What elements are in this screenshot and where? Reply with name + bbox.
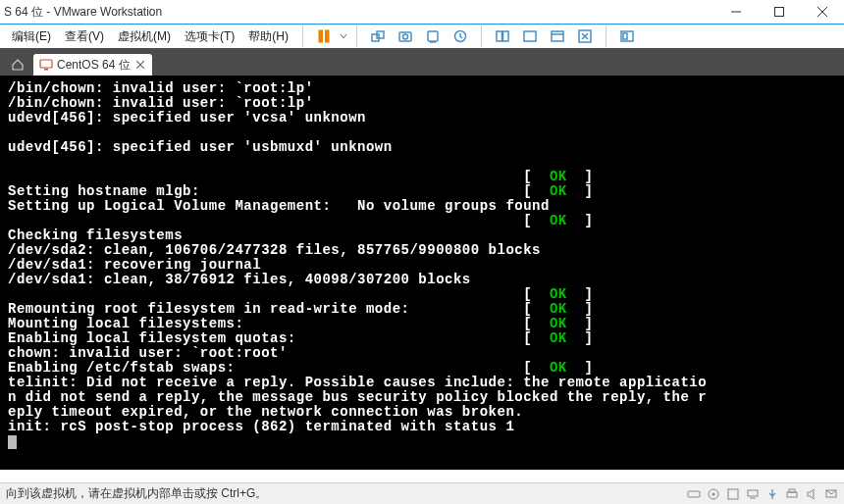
library-button[interactable] — [614, 24, 640, 49]
window-title-text: S 64 位 - VMware Workstation — [4, 4, 162, 21]
vm-tab-label: CentOS 64 位 — [57, 57, 131, 74]
usb-icon[interactable] — [765, 487, 779, 501]
snapshot-button[interactable] — [393, 24, 418, 49]
status-text: 向到该虚拟机，请在虚拟机内部单击或按 Ctrl+G。 — [6, 485, 267, 502]
pause-dropdown[interactable] — [339, 24, 348, 49]
svg-rect-28 — [787, 492, 797, 497]
svg-rect-15 — [552, 31, 563, 41]
status-device-icons — [687, 487, 838, 501]
network-icon[interactable] — [746, 487, 760, 501]
message-icon[interactable] — [824, 487, 838, 501]
window-titlebar: S 64 位 - VMware Workstation — [0, 0, 844, 24]
svg-rect-14 — [524, 31, 536, 41]
printer-icon[interactable] — [785, 487, 799, 501]
svg-rect-4 — [319, 30, 323, 42]
svg-rect-29 — [789, 489, 795, 492]
fit-guest-button[interactable] — [517, 24, 543, 49]
menu-help[interactable]: 帮助(H) — [242, 26, 294, 47]
toolbar-separator — [302, 25, 303, 47]
svg-rect-26 — [728, 489, 738, 499]
vm-tab[interactable]: CentOS 64 位 — [33, 54, 152, 76]
hdd-icon[interactable] — [687, 487, 701, 501]
svg-rect-10 — [428, 31, 438, 41]
window-controls — [714, 0, 844, 24]
fullscreen-button[interactable] — [572, 24, 598, 49]
svg-rect-12 — [497, 31, 502, 41]
home-tab[interactable] — [6, 54, 29, 76]
svg-point-9 — [403, 34, 408, 39]
svg-rect-5 — [326, 30, 330, 42]
menubar: 编辑(E) 查看(V) 虚拟机(M) 选项卡(T) 帮助(H) — [0, 25, 844, 48]
send-ctrl-alt-del-button[interactable] — [365, 24, 391, 49]
vm-tab-icon — [39, 58, 53, 72]
toolbar-separator — [481, 25, 482, 47]
svg-rect-18 — [623, 33, 627, 39]
svg-rect-19 — [40, 60, 52, 68]
snapshot-manager-button[interactable] — [420, 24, 446, 49]
menu-vm[interactable]: 虚拟机(M) — [112, 26, 177, 47]
menu-tabs[interactable]: 选项卡(T) — [179, 26, 240, 47]
statusbar: 向到该虚拟机，请在虚拟机内部单击或按 Ctrl+G。 — [0, 482, 844, 504]
home-icon — [11, 58, 25, 72]
unity-button[interactable] — [545, 24, 570, 49]
svg-rect-1 — [775, 8, 784, 17]
svg-rect-27 — [748, 490, 758, 496]
floppy-icon[interactable] — [726, 487, 740, 501]
sound-icon[interactable] — [805, 487, 818, 501]
console-output[interactable]: /bin/chown: invalid user: `root:lp' /bin… — [0, 76, 844, 470]
svg-rect-13 — [503, 31, 509, 41]
maximize-button[interactable] — [758, 0, 801, 24]
revert-snapshot-button[interactable] — [448, 24, 473, 49]
svg-rect-23 — [688, 491, 700, 497]
fit-window-button[interactable] — [490, 24, 515, 49]
minimize-button[interactable] — [714, 0, 758, 24]
toolbar-separator — [606, 25, 607, 47]
cd-icon[interactable] — [707, 487, 720, 501]
svg-point-25 — [712, 492, 715, 495]
toolbar-separator — [356, 25, 357, 47]
menu-view[interactable]: 查看(V) — [59, 26, 110, 47]
pause-button[interactable] — [311, 24, 337, 49]
svg-rect-20 — [44, 69, 48, 71]
close-button[interactable] — [801, 0, 844, 24]
tabbar: CentOS 64 位 — [0, 48, 844, 76]
window-title: S 64 位 - VMware Workstation — [4, 4, 162, 21]
menu-edit[interactable]: 编辑(E) — [6, 26, 57, 47]
tab-close-button[interactable] — [134, 59, 146, 71]
